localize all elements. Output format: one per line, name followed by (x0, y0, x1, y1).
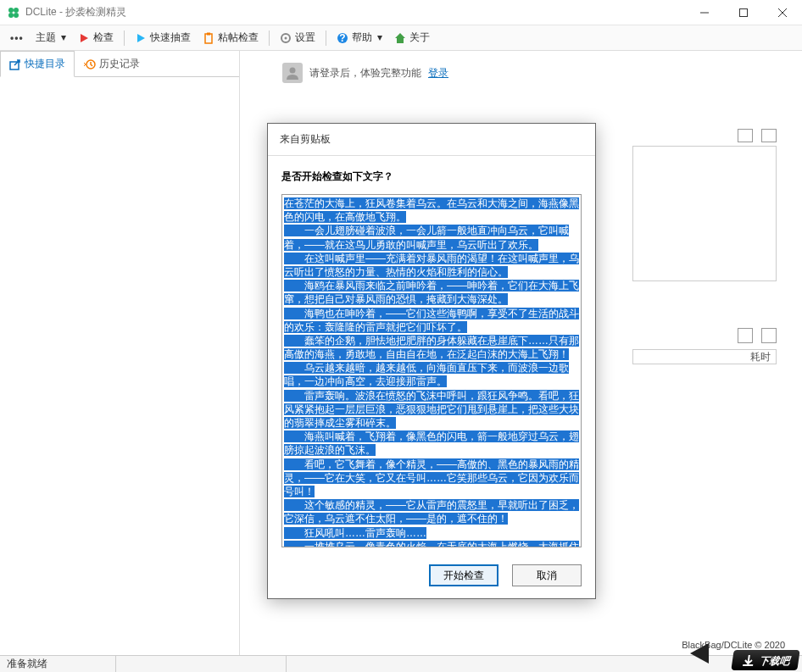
svg-point-19 (290, 68, 296, 74)
separator (124, 31, 125, 46)
close-button[interactable] (763, 0, 802, 25)
tab-history[interactable]: 历史记录 (75, 51, 149, 77)
dropdown-icon (61, 36, 66, 41)
svg-point-1 (14, 8, 19, 13)
login-link[interactable]: 登录 (428, 66, 448, 81)
dialog-textarea[interactable]: 在苍茫的大海上，狂风卷集着乌云。在乌云和大海之间，海燕像黑色的闪电，在高傲地飞翔… (281, 194, 582, 547)
theme-label: 主题 (36, 31, 56, 45)
status-ready: 准备就绪 (7, 657, 47, 671)
history-icon (84, 58, 96, 70)
svg-point-3 (14, 13, 19, 18)
svg-rect-11 (207, 32, 210, 35)
maximize-button[interactable] (724, 0, 763, 25)
gear-icon (280, 32, 292, 44)
titlebar: DCLite - 抄袭检测精灵 (0, 0, 802, 25)
dots-icon: ••• (10, 32, 24, 44)
svg-point-0 (8, 8, 14, 13)
separator (326, 31, 326, 46)
toolbar: ••• 主题 检查 快速抽查 粘帖检查 设置 ? 帮助 关于 (0, 25, 802, 51)
left-pane: 快捷目录 历史记录 (0, 51, 240, 655)
about-button[interactable]: 关于 (389, 28, 435, 47)
folder-icon[interactable] (738, 129, 753, 142)
dialog-title: 来自剪贴板 (268, 124, 595, 156)
svg-rect-10 (205, 34, 212, 43)
play-outline-icon (135, 32, 147, 44)
clipboard-dialog: 来自剪贴板 是否开始检查如下文字？ 在苍茫的大海上，狂风卷集着乌云。在乌云和大海… (267, 123, 596, 599)
svg-point-2 (8, 13, 14, 18)
dropdown-icon (377, 36, 382, 41)
svg-rect-5 (740, 8, 748, 16)
time-panel: 耗时 (632, 349, 777, 364)
paste-check-button[interactable]: 粘帖检查 (198, 28, 264, 47)
quick-extract-label: 快速抽查 (150, 31, 191, 45)
grid-icon[interactable] (738, 328, 753, 343)
minimize-button[interactable] (685, 0, 724, 25)
left-tabs: 快捷目录 历史记录 (0, 51, 239, 77)
svg-marker-9 (137, 34, 145, 42)
start-check-button[interactable]: 开始检查 (429, 564, 498, 586)
statusbar: 准备就绪 (0, 655, 802, 672)
svg-text:?: ? (339, 32, 345, 44)
paste-check-label: 粘帖检查 (218, 31, 259, 45)
login-prompt: 请登录后，体验完整功能 (309, 66, 421, 81)
settings-button[interactable]: 设置 (275, 28, 320, 47)
clipboard-icon (203, 32, 214, 44)
copy-icon[interactable] (761, 129, 777, 142)
svg-point-13 (284, 36, 287, 39)
login-bar: 请登录后，体验完整功能 登录 (240, 51, 802, 95)
avatar-icon (282, 63, 303, 83)
help-icon: ? (337, 32, 348, 44)
grid2-icon[interactable] (761, 328, 777, 343)
tab-shortcut[interactable]: 快捷目录 (0, 51, 75, 77)
help-button[interactable]: ? 帮助 (331, 28, 387, 47)
tab-history-label: 历史记录 (99, 57, 140, 71)
quick-extract-button[interactable]: 快速抽查 (130, 28, 196, 47)
settings-label: 设置 (295, 31, 315, 45)
cancel-button[interactable]: 取消 (512, 564, 582, 586)
ghost-panel (632, 146, 777, 281)
window-title: DCLite - 抄袭检测精灵 (25, 5, 126, 19)
svg-marker-8 (81, 34, 88, 42)
home-icon (394, 32, 406, 44)
play-icon (78, 32, 90, 44)
more-button[interactable]: ••• (5, 30, 29, 47)
theme-button[interactable]: 主题 (31, 28, 71, 47)
help-label: 帮助 (352, 31, 372, 45)
app-logo-icon (7, 6, 20, 19)
time-cost-label: 耗时 (750, 350, 771, 364)
check-label: 检查 (93, 31, 114, 45)
check-button[interactable]: 检查 (73, 28, 119, 47)
tab-shortcut-label: 快捷目录 (25, 57, 65, 71)
about-label: 关于 (409, 31, 430, 45)
export-icon (9, 58, 21, 70)
dialog-question: 是否开始检查如下文字？ (281, 169, 582, 184)
copyright: BlackBag/DCLite © 2020 (682, 640, 785, 650)
svg-marker-16 (395, 33, 405, 43)
separator (269, 31, 270, 46)
